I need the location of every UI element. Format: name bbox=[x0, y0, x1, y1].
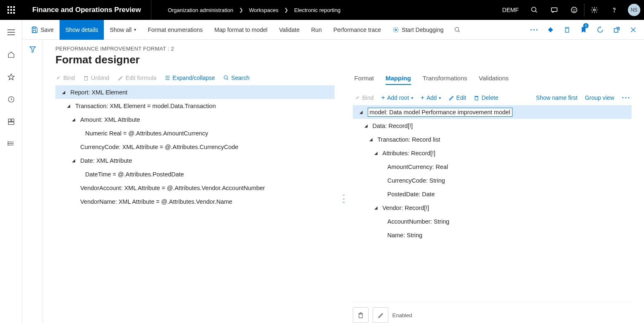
tree-row[interactable]: ◢Attributes: Record[!] bbox=[353, 146, 632, 160]
modules-icon[interactable] bbox=[0, 137, 22, 152]
svg-line-1 bbox=[535, 11, 537, 12]
refresh-icon[interactable] bbox=[592, 20, 608, 40]
chevron-right-icon: ❯ bbox=[284, 7, 288, 13]
svg-rect-13 bbox=[8, 119, 11, 121]
tree-row[interactable]: ◢Date: XML Attribute bbox=[55, 154, 335, 167]
tree-row[interactable]: ◢AccountNumber: String bbox=[353, 215, 632, 228]
tree-row[interactable]: ◢CurrencyCode: XML Attribute = @.Attribu… bbox=[55, 140, 335, 154]
tree-row[interactable]: ◢Data: Record[!] bbox=[353, 119, 632, 133]
tree-row[interactable]: ◢Transaction: Record list bbox=[353, 133, 632, 146]
attach-icon[interactable] bbox=[542, 20, 559, 40]
more-icon[interactable] bbox=[622, 96, 630, 99]
tree-row[interactable]: ◢Vendor: Record[!] bbox=[353, 201, 632, 215]
office-icon[interactable] bbox=[559, 20, 575, 40]
expand-toggle-icon[interactable]: ◢ bbox=[69, 117, 78, 122]
close-icon[interactable] bbox=[625, 20, 642, 40]
edit-formula-button[interactable]: Edit formula bbox=[117, 75, 156, 81]
start-debugging-button[interactable]: Start Debugging bbox=[387, 20, 449, 40]
save-button[interactable]: Save bbox=[25, 20, 60, 40]
tab-validations[interactable]: Validations bbox=[479, 75, 508, 85]
expand-toggle-icon[interactable]: ◢ bbox=[372, 151, 380, 155]
tree-row[interactable]: ◢VendorName: XML Attribute = @.Attribute… bbox=[55, 195, 335, 208]
splitter[interactable] bbox=[343, 75, 345, 323]
svg-point-29 bbox=[536, 29, 538, 30]
tree-row[interactable]: ◢model: Data model Performance improveme… bbox=[353, 105, 632, 119]
search-icon[interactable] bbox=[524, 0, 544, 20]
tree-row[interactable]: ◢DateTime = @.Attributes.PostedDate bbox=[55, 167, 335, 181]
home-icon[interactable] bbox=[0, 47, 22, 62]
svg-point-7 bbox=[614, 12, 614, 12]
svg-rect-31 bbox=[565, 27, 569, 32]
show-name-first-button[interactable]: Show name first bbox=[536, 94, 577, 101]
app-launcher[interactable] bbox=[0, 0, 22, 20]
settings-icon[interactable] bbox=[584, 0, 604, 20]
expand-toggle-icon[interactable]: ◢ bbox=[65, 104, 73, 108]
add-button[interactable]: + Add ▾ bbox=[421, 94, 441, 101]
page-title: Format designer bbox=[55, 53, 632, 66]
expand-toggle-icon[interactable]: ◢ bbox=[372, 205, 380, 210]
footer-delete-button[interactable] bbox=[353, 307, 369, 323]
map-format-button[interactable]: Map format to model bbox=[208, 20, 273, 40]
delete-button[interactable]: Delete bbox=[474, 94, 498, 101]
svg-rect-49 bbox=[359, 314, 362, 318]
filter-icon[interactable] bbox=[22, 46, 43, 55]
tree-row[interactable]: ◢Report: XML Element bbox=[55, 85, 335, 99]
workspaces-icon[interactable] bbox=[0, 114, 22, 129]
tree-row[interactable]: ◢Numeric Real = @.Attributes.AmountCurre… bbox=[55, 126, 335, 140]
tree-node-label: CurrencyCode: XML Attribute = @.Attribut… bbox=[80, 144, 238, 150]
tree-row[interactable]: ◢VendorAccount: XML Attribute = @.Attrib… bbox=[55, 181, 335, 195]
tab-mapping[interactable]: Mapping bbox=[385, 75, 411, 85]
favorites-icon[interactable] bbox=[0, 70, 22, 84]
tree-row[interactable]: ◢AmountCurrency: Real bbox=[353, 160, 632, 174]
feedback-icon[interactable] bbox=[564, 0, 584, 20]
add-root-button[interactable]: + Add root ▾ bbox=[381, 94, 413, 101]
bind-button[interactable]: Bind bbox=[55, 75, 75, 81]
messages-icon[interactable] bbox=[544, 0, 564, 20]
performance-trace-button[interactable]: Performance trace bbox=[328, 20, 387, 40]
expand-toggle-icon[interactable]: ◢ bbox=[362, 123, 370, 128]
format-enumerations-button[interactable]: Format enumerations bbox=[142, 20, 208, 40]
expand-collapse-button[interactable]: Expand/collapse bbox=[165, 75, 215, 81]
svg-rect-23 bbox=[33, 30, 36, 32]
run-button[interactable]: Run bbox=[305, 20, 328, 40]
tree-row[interactable]: ◢PostedDate: Date bbox=[353, 187, 632, 201]
expand-toggle-icon[interactable]: ◢ bbox=[60, 90, 68, 94]
footer-edit-button[interactable] bbox=[373, 307, 388, 323]
popout-icon[interactable] bbox=[608, 20, 625, 40]
unbind-button[interactable]: Unbind bbox=[83, 75, 109, 81]
tree-row[interactable]: ◢Amount: XML Attribute bbox=[55, 113, 335, 126]
tree-row[interactable]: ◢Name: String bbox=[353, 228, 632, 242]
edit-button[interactable]: Edit bbox=[448, 94, 466, 101]
more-actions-icon[interactable] bbox=[526, 20, 542, 40]
breadcrumb-item[interactable]: Workspaces bbox=[249, 7, 278, 13]
tree-row[interactable]: ◢CurrencyCode: String bbox=[353, 174, 632, 187]
breadcrumb-item[interactable]: Organization administration bbox=[168, 7, 233, 13]
show-all-button[interactable]: Show all ▾ bbox=[104, 20, 142, 40]
notifications-icon[interactable]: 0 bbox=[575, 20, 592, 40]
validate-button[interactable]: Validate bbox=[273, 20, 306, 40]
group-view-button[interactable]: Group view bbox=[585, 94, 614, 101]
recent-icon[interactable] bbox=[0, 92, 22, 107]
format-tree[interactable]: ◢Report: XML Element◢Transaction: XML El… bbox=[55, 85, 335, 208]
waffle-icon bbox=[7, 6, 15, 14]
bind-button-right[interactable]: Bind bbox=[354, 94, 374, 101]
tab-format[interactable]: Format bbox=[354, 75, 374, 85]
show-details-button[interactable]: Show details bbox=[60, 20, 104, 40]
help-icon[interactable] bbox=[604, 0, 624, 20]
tree-row[interactable]: ◢Transaction: XML Element = model.Data.T… bbox=[55, 99, 335, 113]
user-avatar[interactable]: NS bbox=[624, 0, 644, 20]
search-button[interactable]: Search bbox=[223, 75, 249, 81]
expand-toggle-icon[interactable]: ◢ bbox=[367, 137, 375, 142]
chevron-down-icon: ▾ bbox=[134, 27, 136, 32]
svg-marker-11 bbox=[8, 74, 14, 80]
expand-toggle-icon[interactable]: ◢ bbox=[69, 158, 78, 163]
menu-icon[interactable] bbox=[0, 25, 22, 40]
tree-node-label: AccountNumber: String bbox=[388, 218, 450, 225]
tab-transformations[interactable]: Transformations bbox=[423, 75, 467, 85]
legal-entity[interactable]: DEMF bbox=[496, 7, 524, 13]
expand-toggle-icon[interactable]: ◢ bbox=[357, 110, 365, 114]
breadcrumb-item[interactable]: Electronic reporting bbox=[294, 7, 340, 13]
show-all-label: Show all bbox=[110, 27, 132, 33]
actionbar-search-icon[interactable] bbox=[449, 20, 466, 40]
mapping-tree[interactable]: ◢model: Data model Performance improveme… bbox=[353, 105, 632, 242]
